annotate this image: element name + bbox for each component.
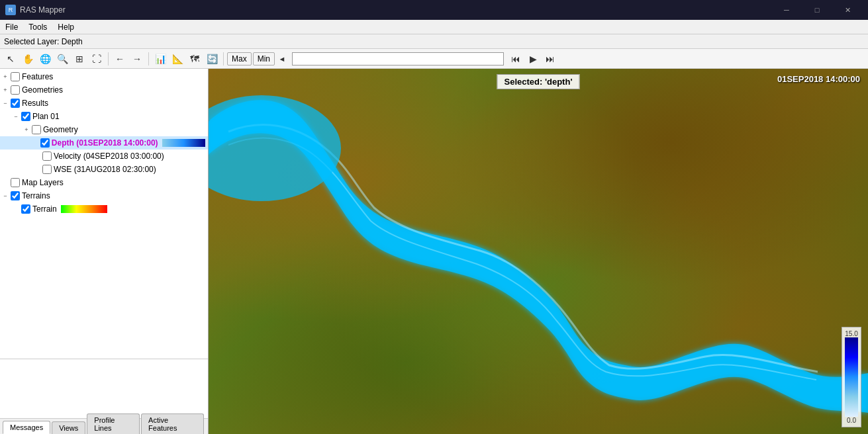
check-plan01[interactable] (21, 112, 30, 121)
selected-layer-value: Depth (62, 37, 83, 46)
map-selected-label: Selected: 'depth' (497, 74, 580, 89)
expand-placeholder-velocity (32, 151, 42, 161)
max-button[interactable]: Max (227, 52, 252, 65)
expand-placeholder-terrain (11, 204, 21, 214)
tree-row-terrains[interactable]: −Terrains (0, 189, 208, 202)
tab-profile-lines[interactable]: Profile Lines (87, 413, 140, 434)
tree-row-geometries[interactable]: +Geometries (0, 83, 208, 97)
timeline-arrow-left[interactable]: ◄ (276, 51, 288, 67)
label-terrains: Terrains (22, 191, 50, 200)
label-results: Results (22, 99, 48, 108)
tree-row-geometry[interactable]: +Geometry (0, 123, 208, 136)
river-overlay (209, 69, 868, 434)
tree-row-results[interactable]: −Results (0, 97, 208, 110)
cursor-tool-button[interactable]: ↖ (3, 51, 19, 67)
check-depth[interactable] (40, 138, 50, 148)
check-results[interactable] (11, 99, 20, 108)
check-map_layers[interactable] (11, 178, 20, 187)
play-button[interactable]: ▶ (525, 51, 541, 67)
expand-placeholder-wse (32, 164, 42, 175)
minimize-button[interactable]: ─ (771, 0, 802, 20)
label-velocity: Velocity (04SEP2018 03:00:00) (54, 152, 164, 161)
tree-row-depth[interactable]: Depth (01SEP2018 14:00:00) (0, 136, 208, 150)
play-back-end-button[interactable]: ⏮ (508, 51, 524, 67)
close-button[interactable]: ✕ (832, 0, 863, 20)
color-scale-legend: 15.0 0.0 (842, 327, 861, 427)
label-plan01: Plan 01 (32, 112, 60, 121)
expand-terrains[interactable]: − (0, 191, 11, 201)
map-datetime: 01SEP2018 14:00:00 (777, 74, 860, 84)
refresh-button[interactable]: 🔄 (204, 51, 220, 67)
titlebar: R RAS Mapper ─ □ ✕ (0, 0, 868, 20)
menu-item-help[interactable]: Help (52, 21, 79, 33)
check-geometry[interactable] (32, 125, 41, 134)
raster-button[interactable]: 🗺 (187, 51, 203, 67)
tree-row-velocity[interactable]: Velocity (04SEP2018 03:00:00) (0, 150, 208, 163)
messages-panel (0, 359, 208, 418)
color-bar-terrain (61, 205, 107, 213)
check-terrain[interactable] (21, 204, 30, 214)
expand-placeholder-map_layers (0, 177, 11, 188)
check-velocity[interactable] (42, 152, 52, 161)
min-button[interactable]: Min (253, 52, 275, 65)
label-geometry: Geometry (43, 125, 78, 134)
label-map_layers: Map Layers (22, 178, 64, 187)
app-title: RAS Mapper (20, 5, 771, 15)
zoom-extent-button[interactable]: ⊞ (72, 51, 87, 67)
tab-messages[interactable]: Messages (3, 421, 50, 434)
toolbar-sep-2 (148, 52, 149, 65)
toolbar-sep-1 (108, 52, 109, 65)
label-terrain: Terrain (32, 204, 57, 214)
back-button[interactable]: ← (112, 51, 128, 67)
scale-gradient (845, 337, 858, 417)
expand-plan01[interactable]: − (11, 111, 21, 122)
tree-row-terrain[interactable]: Terrain (0, 202, 208, 216)
tree-row-wse[interactable]: WSE (31AUG2018 02:30:00) (0, 163, 208, 176)
left-panel: +Features+Geometries−Results−Plan 01+Geo… (0, 69, 209, 434)
tree-row-features[interactable]: +Features (0, 70, 208, 83)
expand-geometries[interactable]: + (0, 85, 11, 95)
main-layout: +Features+Geometries−Results−Plan 01+Geo… (0, 69, 868, 434)
menubar: FileToolsHelp (0, 20, 868, 34)
expand-features[interactable]: + (0, 71, 11, 82)
label-geometries: Geometries (22, 85, 63, 95)
globe-button[interactable]: 🌐 (37, 51, 53, 67)
tree-row-plan01[interactable]: −Plan 01 (0, 110, 208, 123)
check-wse[interactable] (42, 165, 52, 174)
tree-row-map_layers[interactable]: Map Layers (0, 176, 208, 189)
label-wse: WSE (31AUG2018 02:30:00) (54, 165, 156, 174)
toolbar-sep-3 (223, 52, 224, 65)
check-geometries[interactable] (11, 85, 20, 95)
play-forward-end-button[interactable]: ⏭ (542, 51, 558, 67)
pan-tool-button[interactable]: ✋ (20, 51, 36, 67)
selected-layer-label: Selected Layer: (4, 37, 59, 46)
forward-button[interactable]: → (129, 51, 145, 67)
toolbar: ↖ ✋ 🌐 🔍 ⊞ ⛶ ← → 📊 📐 🗺 🔄 Max Min ◄ ⏮ ▶ ⏭ (0, 49, 868, 69)
expand-geometry[interactable]: + (21, 124, 32, 135)
label-depth: Depth (01SEP2018 14:00:00) (52, 138, 158, 148)
scale-min-label: 0.0 (845, 417, 858, 424)
check-features[interactable] (11, 72, 20, 81)
tab-views[interactable]: Views (52, 421, 85, 434)
bottom-tabs: MessagesViewsProfile LinesActive Feature… (0, 418, 208, 434)
tab-active-features[interactable]: Active Features (141, 413, 204, 434)
map-area[interactable]: Selected: 'depth' 01SEP2018 14:00:00 15.… (209, 69, 868, 434)
profile-button[interactable]: 📊 (152, 51, 168, 67)
expand-results[interactable]: − (0, 98, 11, 108)
color-bar-depth (162, 139, 205, 147)
scale-max-label: 15.0 (845, 330, 858, 337)
zoom-fit-button[interactable]: ⛶ (89, 51, 105, 67)
app-icon: R (5, 5, 16, 15)
vector-button[interactable]: 📐 (169, 51, 185, 67)
layer-tree: +Features+Geometries−Results−Plan 01+Geo… (0, 69, 208, 359)
check-terrains[interactable] (11, 191, 20, 200)
lake-shape (209, 95, 341, 201)
timeline-slider[interactable] (292, 52, 504, 65)
menu-item-file[interactable]: File (0, 21, 23, 33)
label-features: Features (22, 72, 53, 81)
menu-item-tools[interactable]: Tools (23, 21, 52, 33)
selected-layer-bar: Selected Layer: Depth (0, 34, 868, 49)
zoom-in-button[interactable]: 🔍 (54, 51, 70, 67)
maximize-button[interactable]: □ (802, 0, 832, 20)
expand-placeholder-depth (30, 138, 40, 148)
